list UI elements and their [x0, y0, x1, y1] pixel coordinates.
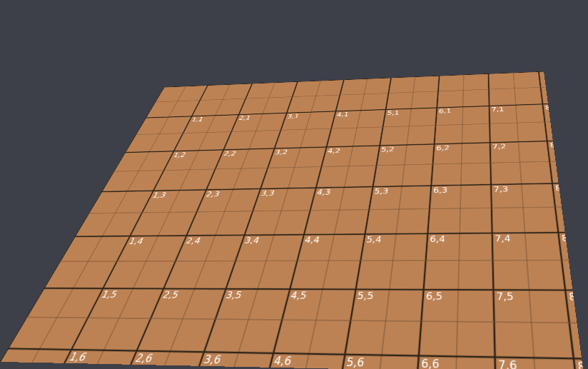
grid-label: 5,3	[374, 187, 389, 196]
grid-label: 3,1	[286, 113, 300, 119]
grid-label: 3,2	[274, 148, 289, 156]
grid-label: 5,6	[345, 355, 365, 369]
grid-label: 8,1	[545, 104, 559, 111]
grid-label: 6,4	[430, 234, 445, 244]
grid-label: 7,5	[496, 290, 514, 302]
grid-label: 6,1	[439, 108, 452, 114]
grid-label: 6,3	[433, 186, 448, 195]
grid-label: 4,2	[327, 147, 341, 154]
grid-label: 4,5	[290, 290, 308, 300]
calibration-grid: 1,11,21,31,41,51,62,12,22,32,42,52,63,13…	[0, 71, 584, 369]
grid-label: 4,1	[336, 111, 350, 118]
grid-label: 8,5	[568, 291, 583, 303]
grid-label: 7,3	[493, 185, 508, 193]
grid-label: 8,3	[555, 184, 572, 193]
terrain-mesh: 1,11,21,31,41,51,62,12,22,32,42,52,63,13…	[0, 71, 584, 369]
grid-label: 5,4	[366, 235, 382, 244]
grid-label: 6,2	[436, 144, 450, 152]
grid-label: 5,1	[387, 109, 400, 116]
grid-label: 8,6	[577, 360, 584, 369]
grid-label: 7,6	[498, 358, 517, 369]
grid-label: 7,1	[492, 106, 505, 112]
3d-viewport[interactable]: 1,11,21,31,41,51,62,12,22,32,42,52,63,13…	[0, 16, 588, 369]
grid-label: 4,4	[304, 236, 321, 245]
grid-label: 4,3	[316, 188, 332, 197]
grid-label: 7,4	[495, 233, 511, 243]
application-window: 1,11,21,31,41,51,62,12,22,32,42,52,63,13…	[0, 0, 588, 369]
grid-label: 5,5	[357, 290, 375, 302]
grid-label: 5,2	[380, 146, 395, 153]
grid-label: 8,2	[549, 141, 564, 149]
grid-label: 7,2	[492, 143, 506, 151]
grid-label: 3,4	[243, 236, 260, 245]
grid-label: 6,5	[425, 290, 442, 302]
grid-label: 3,3	[260, 189, 275, 198]
grid-label: 6,6	[421, 357, 440, 369]
grid-label: 8,4	[561, 233, 579, 243]
grid-label: 4,6	[273, 354, 293, 368]
